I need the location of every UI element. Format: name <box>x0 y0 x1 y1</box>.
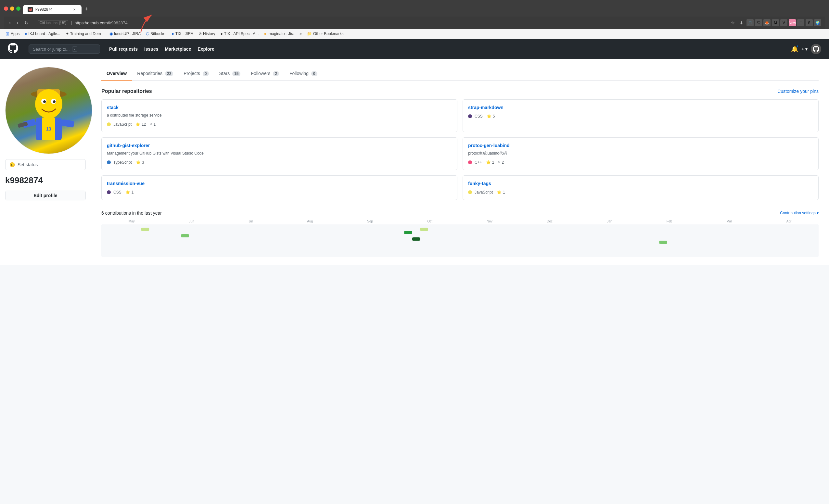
close-traffic-light[interactable] <box>4 6 8 11</box>
github-header-right: 🔔 + ▾ <box>791 44 821 54</box>
bookmark-tix-api[interactable]: ● TIX - API Spec - A... <box>218 31 261 37</box>
imaginato-icon: ● <box>264 32 266 36</box>
bookmark-fundsup-label: fundsUP - JIRA <box>114 32 141 36</box>
ext-icon-5[interactable]: V <box>780 19 787 26</box>
security-label: GitHub, Inc. [US] <box>38 20 69 25</box>
bookmark-ikj[interactable]: ● IKJ board - Agile... <box>23 31 62 37</box>
repo-meta-github-gist-explorer: TypeScript ⭐ 3 <box>107 160 452 165</box>
maximize-traffic-light[interactable] <box>16 6 21 11</box>
tab-overview[interactable]: Overview <box>101 67 132 80</box>
repo-link-stack[interactable]: stack <box>107 105 452 110</box>
bookmark-tix[interactable]: ● TIX - JIRA <box>169 31 195 37</box>
github-logo[interactable] <box>8 43 18 55</box>
repo-link-github-gist-explorer[interactable]: github-gist-explorer <box>107 143 452 148</box>
tab-following[interactable]: Following 0 <box>284 67 323 80</box>
tab-close-button[interactable]: ✕ <box>72 7 77 12</box>
repo-link-protoc-gen-luabind[interactable]: protoc-gen-luabind <box>468 143 813 148</box>
url-display: https://github.com/k9982874 <box>74 21 127 25</box>
repositories-count: 22 <box>165 71 173 76</box>
tab-title: k9982874 <box>35 7 69 12</box>
ext-icon-3[interactable]: 🦊 <box>763 19 770 26</box>
profile-username: k9982874 <box>5 175 86 185</box>
bookmark-tix-api-label: TIX - API Spec - A... <box>224 32 259 36</box>
bookmark-imaginato[interactable]: ● Imaginato - Jira <box>261 31 297 37</box>
svg-rect-16 <box>181 234 189 238</box>
lang-label-funky-tags: JavaScript <box>475 190 493 194</box>
edit-profile-button[interactable]: Edit profile <box>5 191 86 201</box>
repo-lang-github-gist-explorer: TypeScript <box>107 160 132 165</box>
active-tab[interactable]: 🐙 k9982874 ✕ <box>23 5 81 14</box>
fork-icon-protoc: ⑂ <box>498 160 500 165</box>
repo-card-github-gist-explorer: github-gist-explorer Management your Git… <box>101 137 457 170</box>
stars-count-github-gist-explorer: 3 <box>142 160 144 165</box>
nav-pull-requests[interactable]: Pull requests <box>109 46 138 51</box>
nav-explore[interactable]: Explore <box>197 46 214 51</box>
repo-stars-github-gist-explorer: ⭐ 3 <box>136 160 144 165</box>
bookmark-history[interactable]: ⊘ History <box>196 31 217 37</box>
star-icon-transmission: ⭐ <box>125 190 130 194</box>
ext-icon-6[interactable]: ⊡ <box>797 19 804 26</box>
bookmark-apps-label: Apps <box>11 32 20 36</box>
repo-link-strap-markdown[interactable]: strap-markdown <box>468 105 813 110</box>
contribution-months: May Jun Jul Aug Sep Oct Nov Dec Jan Feb … <box>101 219 819 223</box>
ext-icon-8[interactable]: 🌍 <box>814 19 821 26</box>
bookmark-fundsup[interactable]: ◉ fundsUP - JIRA <box>107 31 143 37</box>
bookmark-training[interactable]: ✦ Training and Dem _ <box>63 31 107 37</box>
address-bar-row: ‹ › ↻ GitHub, Inc. [US] | https://github… <box>4 16 825 29</box>
ext-icon-1[interactable]: 🎵 <box>747 19 754 26</box>
tab-followers[interactable]: Followers 2 <box>246 67 284 80</box>
repo-card-transmission-vue: transmission-vue CSS ⭐ 1 <box>101 175 457 200</box>
nav-marketplace[interactable]: Marketplace <box>165 46 191 51</box>
contribution-settings-button[interactable]: Contribution settings ▾ <box>780 211 819 215</box>
contribution-graph: // This won't execute in SVG, using stat… <box>101 224 819 257</box>
bookmark-star-icon[interactable]: ☆ <box>730 20 736 26</box>
bookmark-other[interactable]: 📁 Other Bookmarks <box>305 31 346 37</box>
browser-chrome: 🐙 k9982874 ✕ + ‹ › ↻ GitHub, Inc. [US] |… <box>0 0 829 29</box>
minimize-traffic-light[interactable] <box>10 6 14 11</box>
ext-icon-new[interactable]: New <box>789 19 796 26</box>
repo-meta-protoc-gen-luabind: C++ ⭐ 2 ⑂ 2 <box>468 160 813 165</box>
search-box[interactable]: Search or jump to... / <box>29 44 100 53</box>
github-nav: Pull requests Issues Marketplace Explore <box>109 46 214 51</box>
repo-lang-strap-markdown: CSS <box>468 114 483 118</box>
stars-count: 15 <box>232 71 240 76</box>
set-status-label: Set status <box>17 162 38 167</box>
nav-issues[interactable]: Issues <box>144 46 158 51</box>
tab-projects[interactable]: Projects 0 <box>178 67 214 80</box>
user-avatar[interactable] <box>811 44 821 54</box>
bookmark-more[interactable]: » <box>297 31 304 37</box>
notifications-bell[interactable]: 🔔 <box>791 45 798 52</box>
stars-count-strap-markdown: 5 <box>493 114 495 118</box>
repo-link-funky-tags[interactable]: funky-tags <box>468 181 813 186</box>
svg-rect-20 <box>659 241 667 244</box>
repo-link-transmission-vue[interactable]: transmission-vue <box>107 181 452 186</box>
tab-stars[interactable]: Stars 15 <box>214 67 246 80</box>
repo-lang-stack: JavaScript <box>107 122 132 127</box>
contributions-title: 6 contributions in the last year <box>101 210 162 216</box>
bookmark-tix-label: TIX - JIRA <box>175 32 193 36</box>
repo-card-strap-markdown: strap-markdown CSS ⭐ 5 <box>463 99 819 132</box>
repo-stars-stack: ⭐ 12 <box>136 122 146 127</box>
tab-repositories[interactable]: Repositories 22 <box>132 67 178 80</box>
tab-projects-label: Projects <box>184 71 200 76</box>
set-status-button[interactable]: 🙂 Set status <box>5 159 86 170</box>
back-button[interactable]: ‹ <box>8 19 12 26</box>
smiley-icon: 🙂 <box>9 162 15 167</box>
repo-desc-github-gist-explorer: Management your GitHub Gists with Visual… <box>107 151 452 156</box>
customize-pins-link[interactable]: Customize your pins <box>777 89 819 94</box>
ext-icon-7[interactable]: S <box>805 19 813 26</box>
refresh-button[interactable]: ↻ <box>23 19 30 27</box>
svg-text:13: 13 <box>46 126 51 132</box>
download-icon[interactable]: ⬇ <box>738 20 745 26</box>
lang-dot-css <box>468 114 472 118</box>
profile-main: Overview Repositories 22 Projects 0 Star… <box>91 59 829 265</box>
ext-icon-4[interactable]: M <box>772 19 779 26</box>
lang-dot-typescript <box>107 160 111 164</box>
lang-dot-js-funky <box>468 190 472 194</box>
ext-icon-2[interactable]: 🛡 <box>755 19 762 26</box>
bookmark-apps[interactable]: ⊞ Apps <box>3 30 22 37</box>
new-tab-button[interactable]: + <box>82 5 91 14</box>
forward-button[interactable]: › <box>15 19 20 26</box>
address-bar[interactable]: GitHub, Inc. [US] | https://github.com/k… <box>33 19 726 27</box>
create-new-button[interactable]: + ▾ <box>801 46 807 51</box>
